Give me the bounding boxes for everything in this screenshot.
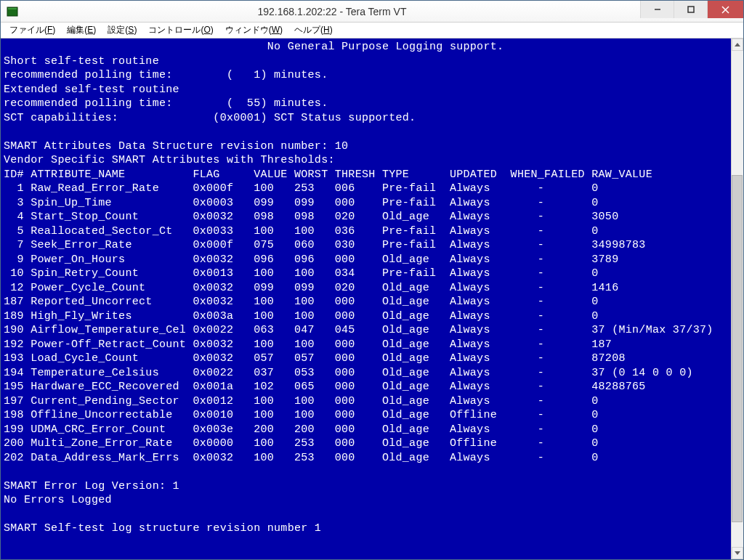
chevron-up-icon: [735, 43, 740, 46]
menu-help[interactable]: ヘルプ(H): [288, 23, 339, 38]
svg-marker-6: [735, 43, 740, 46]
window-controls: [640, 1, 743, 22]
svg-rect-3: [688, 7, 694, 12]
app-icon: [7, 6, 18, 17]
menu-window[interactable]: ウィンドウ(W): [219, 23, 288, 38]
scroll-thumb[interactable]: [732, 175, 743, 522]
menu-edit[interactable]: 編集(E): [61, 23, 102, 38]
close-icon: [721, 6, 729, 14]
terminal-output[interactable]: No General Purpose Logging support. Shor…: [1, 38, 731, 559]
window-title: 192.168.1.202:22 - Tera Term VT: [24, 6, 640, 17]
menu-setup[interactable]: 設定(S): [102, 23, 142, 38]
menu-bar: ファイル(F) 編集(E) 設定(S) コントロール(O) ウィンドウ(W) ヘ…: [1, 23, 743, 38]
close-button[interactable]: [707, 1, 743, 18]
chevron-down-icon: [735, 551, 740, 555]
vertical-scrollbar[interactable]: [731, 38, 743, 559]
menu-control[interactable]: コントロール(O): [142, 23, 219, 38]
maximize-icon: [687, 6, 695, 13]
scroll-up-arrow[interactable]: [732, 38, 743, 51]
scroll-track[interactable]: [732, 51, 743, 547]
minimize-icon: [654, 6, 661, 13]
svg-rect-1: [8, 8, 17, 9]
maximize-button[interactable]: [674, 1, 707, 18]
terminal-area: No General Purpose Logging support. Shor…: [1, 38, 743, 559]
scroll-down-arrow[interactable]: [732, 547, 743, 559]
minimize-button[interactable]: [640, 1, 674, 18]
menu-file[interactable]: ファイル(F): [4, 23, 61, 38]
window-titlebar: 192.168.1.202:22 - Tera Term VT: [1, 1, 743, 23]
svg-marker-7: [735, 551, 740, 555]
